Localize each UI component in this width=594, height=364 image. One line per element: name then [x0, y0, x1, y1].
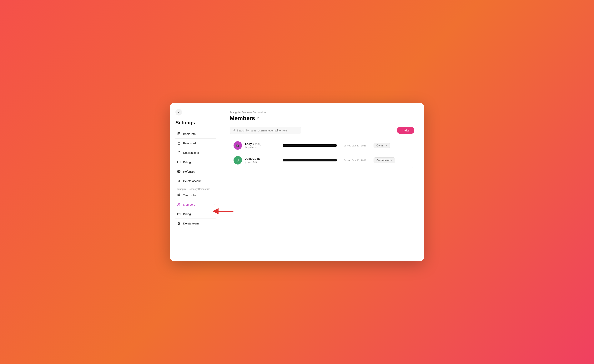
sidebar-item-label: Billing: [183, 212, 191, 216]
svg-rect-2: [178, 134, 179, 135]
svg-rect-9: [179, 194, 180, 196]
svg-rect-0: [178, 132, 179, 133]
nav-divider: [176, 148, 216, 148]
member-username: ladyjdemo: [245, 146, 280, 149]
svg-rect-12: [177, 213, 180, 215]
nav-divider: [176, 176, 216, 176]
sidebar-item-password[interactable]: Password: [176, 139, 216, 147]
nav-divider: [176, 209, 216, 209]
card-icon: [177, 212, 181, 216]
sidebar-item-label: Billing: [183, 160, 191, 164]
trash-icon: [177, 221, 181, 225]
table-row: 🏴‍☠️ Lady J (You) ladyjdemo Joined Jan 3…: [230, 138, 414, 153]
sidebar-item-team-billing[interactable]: Billing: [176, 210, 216, 218]
app-window: Settings Basic info: [170, 103, 424, 261]
avatar: 🏴‍☠️: [234, 141, 242, 150]
page-header: Members 2: [230, 115, 414, 121]
search-icon: [233, 129, 235, 132]
table-row: J Julia Gulia jcarnes317 Joined Jan 30, …: [230, 153, 414, 168]
people-icon: [177, 203, 181, 206]
joined-date: Joined Jan 30, 2023: [340, 159, 371, 162]
sidebar-item-referrals[interactable]: Referrals: [176, 168, 216, 175]
sidebar-item-team-info[interactable]: Team info: [176, 191, 216, 199]
svg-rect-5: [177, 161, 180, 163]
chevron-down-icon: ∨: [391, 159, 392, 162]
sidebar-item-label: Referrals: [183, 170, 195, 173]
members-table: 🏴‍☠️ Lady J (You) ladyjdemo Joined Jan 3…: [230, 138, 414, 168]
member-name: Lady J (You): [245, 142, 280, 146]
trash-icon: [177, 179, 181, 183]
sidebar: Settings Basic info: [170, 103, 220, 261]
redacted-bar: [283, 144, 337, 147]
you-tag: (You): [255, 142, 261, 146]
sidebar-item-label: Notifications: [183, 151, 199, 154]
bell-icon: [177, 151, 181, 154]
personal-nav: Basic info Password: [176, 130, 216, 185]
nav-divider: [176, 218, 216, 219]
sidebar-item-label: Delete account: [183, 179, 202, 183]
card-icon: [177, 160, 181, 164]
redacted-bar: [283, 159, 337, 161]
back-button[interactable]: [176, 109, 182, 115]
search-input[interactable]: [237, 129, 298, 132]
sidebar-title: Settings: [176, 120, 216, 126]
member-info: Lady J (You) ladyjdemo: [245, 142, 280, 149]
breadcrumb: Triangular Economy Corporation: [230, 111, 414, 114]
chevron-down-icon: ∨: [385, 144, 387, 147]
sidebar-item-label: Basic info: [183, 132, 196, 135]
svg-rect-1: [179, 132, 180, 133]
sidebar-item-label: Delete team: [183, 222, 199, 225]
sidebar-item-basic-info[interactable]: Basic info: [176, 130, 216, 138]
invite-button[interactable]: Invite: [397, 127, 414, 134]
back-icon: [178, 111, 180, 113]
svg-rect-4: [178, 143, 180, 145]
avatar: J: [234, 156, 242, 165]
sidebar-item-billing[interactable]: Billing: [176, 158, 216, 166]
member-username: jcarnes317: [245, 161, 280, 164]
svg-point-11: [179, 204, 180, 204]
search-input-wrap: [230, 127, 301, 134]
svg-point-10: [178, 204, 179, 205]
page-title: Members: [230, 115, 255, 121]
team-nav: Team info Members ›: [176, 191, 216, 227]
mail-icon: [177, 170, 181, 173]
member-count: 2: [257, 116, 259, 120]
sidebar-item-label: Password: [183, 142, 196, 145]
sidebar-item-label: Team info: [183, 193, 196, 197]
member-name: Julia Gulia: [245, 157, 280, 160]
svg-rect-3: [179, 134, 180, 135]
role-badge[interactable]: Contributor ∨: [374, 157, 395, 163]
sidebar-item-members[interactable]: Members ›: [176, 201, 216, 208]
sidebar-item-delete-team[interactable]: Delete team: [176, 219, 216, 227]
lock-icon: [177, 141, 181, 145]
grid-icon: [177, 132, 181, 136]
member-info: Julia Gulia jcarnes317: [245, 157, 280, 164]
sidebar-item-notifications[interactable]: Notifications: [176, 149, 216, 156]
bars-icon: [177, 193, 181, 197]
sidebar-item-label: Members: [183, 203, 195, 206]
svg-rect-7: [178, 194, 178, 196]
role-badge[interactable]: Owner ∨: [374, 143, 390, 148]
chevron-right-icon: ›: [214, 203, 215, 206]
team-section-label: Triangular Economy Corporation: [176, 185, 216, 191]
sidebar-item-delete-account[interactable]: Delete account: [176, 177, 216, 185]
search-bar-row: Invite: [230, 127, 414, 134]
main-content: Triangular Economy Corporation Members 2…: [220, 103, 424, 261]
joined-date: Joined Jan 30, 2023: [340, 144, 371, 147]
nav-divider: [176, 138, 216, 139]
nav-divider: [176, 200, 216, 200]
